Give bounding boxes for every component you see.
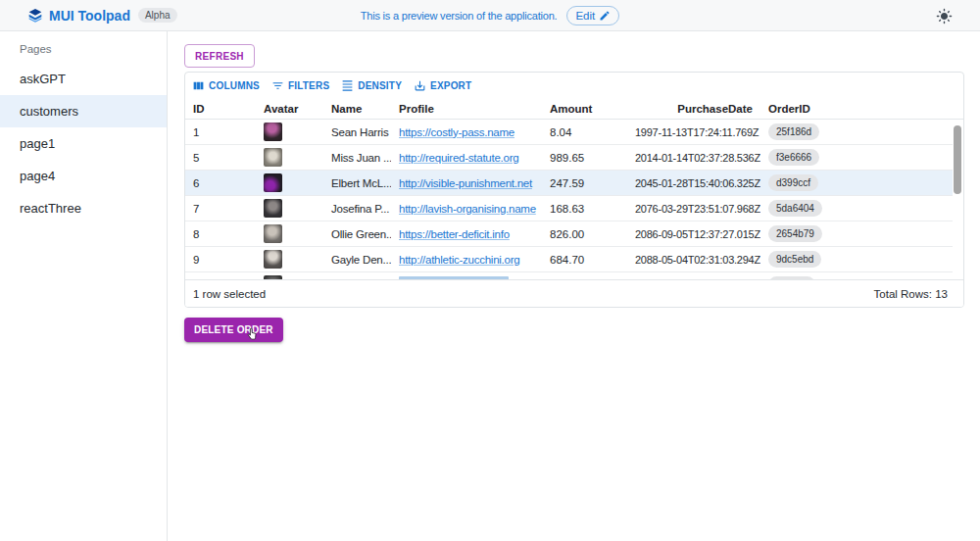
- column-header-avatar[interactable]: Avatar: [256, 103, 323, 115]
- column-header-id[interactable]: ID: [185, 103, 256, 115]
- profile-link[interactable]: http://visible-punishment.net: [399, 177, 532, 189]
- pencil-icon: [599, 10, 611, 22]
- column-header-orderid[interactable]: OrderID: [760, 103, 963, 115]
- column-header-amount[interactable]: Amount: [542, 103, 635, 115]
- avatar: [264, 148, 282, 167]
- profile-link[interactable]: http://required-statute.org: [399, 152, 518, 164]
- avatar: [264, 224, 282, 243]
- delete-order-button[interactable]: DELETE ORDER: [184, 318, 283, 342]
- filters-button[interactable]: FILTERS: [268, 76, 333, 95]
- app-topbar: MUI Toolpad Alpha This is a preview vers…: [0, 0, 980, 31]
- sidebar-item-reactthree[interactable]: reactThree: [0, 192, 167, 224]
- sidebar-item-customers[interactable]: customers: [0, 95, 167, 127]
- order-id-chip: 25f186d: [768, 123, 819, 140]
- export-button[interactable]: EXPORT: [410, 76, 475, 95]
- table-row[interactable]: 7 Josefina P... http://lavish-organising…: [185, 196, 953, 221]
- sidebar-item-page1[interactable]: page1: [0, 127, 167, 160]
- data-grid: COLUMNS FILTERS DENSITY EXPORT ID Avatar: [184, 72, 964, 308]
- order-id-chip: 2654b79: [768, 225, 822, 242]
- preview-text: This is a preview version of the applica…: [361, 10, 558, 22]
- avatar: [264, 250, 282, 269]
- mouse-cursor: [245, 326, 260, 341]
- column-header-profile[interactable]: Profile: [391, 103, 542, 115]
- density-button[interactable]: DENSITY: [337, 76, 406, 95]
- grid-header-row: ID Avatar Name Profile Amount PurchaseDa…: [185, 98, 963, 120]
- total-rows: Total Rows: 13: [874, 288, 948, 300]
- table-row-selected[interactable]: 6 Elbert McL... http://visible-punishmen…: [185, 171, 953, 196]
- sun-icon: [936, 8, 953, 25]
- order-id-chip: f3e6666: [768, 149, 819, 166]
- vertical-scrollbar[interactable]: [954, 125, 961, 194]
- grid-toolbar: COLUMNS FILTERS DENSITY EXPORT: [185, 73, 963, 98]
- column-header-name[interactable]: Name: [323, 103, 391, 115]
- order-id-chip: d399ccf: [768, 174, 818, 191]
- profile-link[interactable]: http://lavish-organising.name: [399, 203, 536, 215]
- table-row[interactable]: 5 Miss Juan ... http://required-statute.…: [185, 145, 953, 171]
- theme-toggle-button[interactable]: [936, 8, 953, 25]
- avatar: [264, 123, 282, 141]
- grid-footer: 1 row selected Total Rows: 13: [185, 279, 963, 307]
- sidebar: Pages askGPT customers page1 page4 react…: [0, 31, 168, 541]
- profile-link[interactable]: https://better-deficit.info: [399, 228, 510, 240]
- columns-button[interactable]: COLUMNS: [188, 76, 264, 95]
- filter-icon: [271, 79, 284, 92]
- table-row[interactable]: 1 Sean Harris https://costly-pass.name 8…: [185, 120, 953, 145]
- table-row[interactable]: 9 Gayle Den... http://athletic-zucchini.…: [185, 247, 953, 272]
- export-icon: [414, 79, 426, 92]
- avatar: [264, 173, 282, 192]
- avatar: [264, 199, 282, 218]
- columns-icon: [192, 79, 205, 92]
- main-content: REFRESH COLUMNS FILTERS DENSITY EXPORT: [168, 31, 980, 541]
- sidebar-section-label: Pages: [0, 43, 167, 55]
- refresh-button[interactable]: REFRESH: [184, 44, 255, 68]
- table-row[interactable]: 8 Ollie Green... https://better-deficit.…: [185, 221, 953, 247]
- order-id-chip: 5da6404: [768, 200, 822, 217]
- profile-link[interactable]: http://athletic-zucchini.org: [399, 254, 519, 266]
- column-header-purchasedate[interactable]: PurchaseDate: [635, 103, 760, 115]
- preview-banner: This is a preview version of the applica…: [0, 6, 980, 25]
- profile-link[interactable]: https://costly-pass.name: [399, 126, 514, 138]
- selection-count: 1 row selected: [193, 288, 266, 300]
- edit-button[interactable]: Edit: [566, 6, 619, 25]
- density-icon: [341, 79, 354, 92]
- sidebar-item-page4[interactable]: page4: [0, 160, 167, 192]
- order-id-chip: 9dc5ebd: [768, 251, 821, 268]
- grid-rows: 1 Sean Harris https://costly-pass.name 8…: [185, 120, 963, 280]
- sidebar-item-askgpt[interactable]: askGPT: [0, 63, 167, 95]
